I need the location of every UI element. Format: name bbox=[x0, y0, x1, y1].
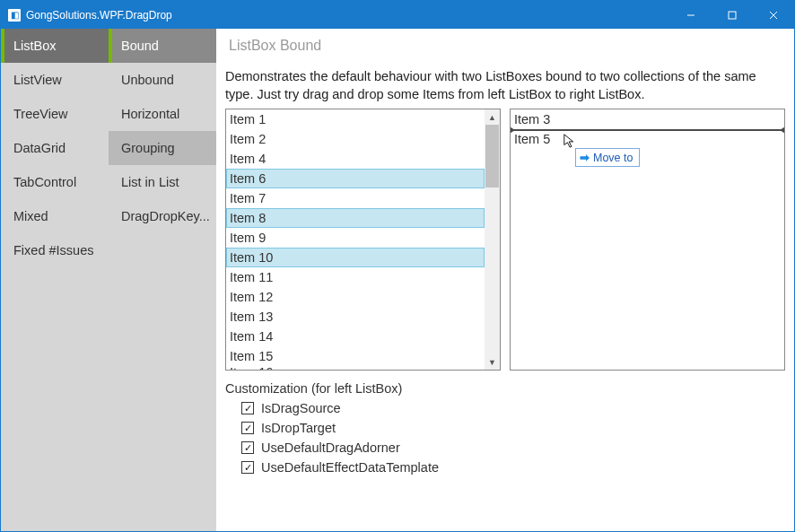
checkbox[interactable]: ✓ bbox=[241, 441, 254, 454]
sidebar-item-listbox[interactable]: ListBox bbox=[1, 29, 109, 63]
left-listbox-items: Item 1Item 2Item 4Item 6Item 7Item 8Item… bbox=[226, 109, 485, 370]
checkbox-row: ✓IsDropTarget bbox=[241, 421, 785, 435]
list-item[interactable]: Item 6 bbox=[226, 169, 485, 188]
list-item[interactable]: Item 5 bbox=[511, 129, 784, 149]
sidebar-primary: ListBoxListViewTreeViewDataGridTabContro… bbox=[1, 29, 109, 531]
app-icon: ◧ bbox=[8, 9, 21, 22]
list-item[interactable]: Item 15 bbox=[226, 346, 485, 366]
body: ListBoxListViewTreeViewDataGridTabContro… bbox=[1, 29, 794, 531]
checkbox-row: ✓UseDefaultDragAdorner bbox=[241, 440, 785, 455]
sidebar-item-horizontal[interactable]: Horizontal bbox=[109, 97, 216, 131]
list-item[interactable]: Item 11 bbox=[226, 267, 485, 287]
minimize-button[interactable] bbox=[670, 1, 712, 29]
sidebar-item-grouping[interactable]: Grouping bbox=[109, 131, 216, 165]
customization-header: Customization (for left ListBox) bbox=[225, 381, 785, 396]
list-item[interactable]: Item 7 bbox=[226, 188, 485, 208]
sidebar-item-list-in-list[interactable]: List in List bbox=[109, 165, 216, 199]
list-item[interactable]: Item 8 bbox=[226, 208, 485, 228]
list-item[interactable]: Item 16 bbox=[226, 366, 485, 370]
sidebar-item-treeview[interactable]: TreeView bbox=[1, 97, 109, 131]
checkbox-row: ✓UseDefaultEffectDataTemplate bbox=[241, 460, 785, 475]
checkbox[interactable]: ✓ bbox=[241, 461, 254, 474]
list-item[interactable]: Item 1 bbox=[226, 109, 485, 129]
checkbox-row: ✓IsDragSource bbox=[241, 401, 785, 415]
close-button[interactable] bbox=[753, 1, 794, 29]
sidebar-item-tabcontrol[interactable]: TabControl bbox=[1, 165, 109, 199]
right-listbox-items: Item 3Item 5 bbox=[511, 109, 784, 370]
checkbox-label: IsDropTarget bbox=[261, 421, 336, 435]
sidebar-item-mixed[interactable]: Mixed bbox=[1, 199, 109, 233]
checkbox-label: IsDragSource bbox=[261, 401, 341, 415]
customization-section: Customization (for left ListBox) ✓IsDrag… bbox=[216, 371, 794, 480]
drop-indicator bbox=[511, 129, 784, 132]
checkbox-label: UseDefaultEffectDataTemplate bbox=[261, 460, 439, 475]
sidebar-secondary: BoundUnboundHorizontalGroupingList in Li… bbox=[109, 29, 216, 531]
window-title: GongSolutions.WPF.DragDrop bbox=[26, 9, 172, 22]
checkbox[interactable]: ✓ bbox=[241, 422, 254, 434]
title-bar[interactable]: ◧ GongSolutions.WPF.DragDrop bbox=[1, 1, 794, 29]
svg-rect-1 bbox=[729, 12, 736, 19]
list-item[interactable]: Item 10 bbox=[226, 248, 485, 267]
list-item[interactable]: Item 9 bbox=[226, 228, 485, 248]
page-description: Demonstrates the default behaviour with … bbox=[216, 63, 794, 109]
list-item[interactable]: Item 14 bbox=[226, 327, 485, 346]
window-buttons bbox=[670, 1, 794, 29]
checkbox-label: UseDefaultDragAdorner bbox=[261, 440, 400, 455]
left-listbox[interactable]: Item 1Item 2Item 4Item 6Item 7Item 8Item… bbox=[225, 109, 501, 371]
window: ◧ GongSolutions.WPF.DragDrop ListBoxList… bbox=[0, 0, 795, 532]
list-item[interactable]: Item 4 bbox=[226, 149, 485, 169]
listboxes-row: Item 1Item 2Item 4Item 6Item 7Item 8Item… bbox=[216, 109, 794, 371]
sidebar-item-dragdropkey-[interactable]: DragDropKey... bbox=[109, 199, 216, 233]
sidebar-item-datagrid[interactable]: DataGrid bbox=[1, 131, 109, 165]
sidebar-item-listview[interactable]: ListView bbox=[1, 63, 109, 97]
scroll-thumb[interactable] bbox=[485, 125, 499, 188]
scroll-down-icon[interactable]: ▼ bbox=[485, 354, 500, 370]
sidebar-item-fixed-issues[interactable]: Fixed #Issues bbox=[1, 233, 109, 267]
scrollbar[interactable]: ▲ ▼ bbox=[485, 109, 500, 370]
right-listbox[interactable]: Item 3Item 5 bbox=[510, 109, 785, 371]
main: ListBox Bound Demonstrates the default b… bbox=[216, 29, 794, 531]
list-item[interactable]: Item 12 bbox=[226, 287, 485, 307]
list-item[interactable]: Item 13 bbox=[226, 307, 485, 327]
list-item[interactable]: Item 3 bbox=[511, 109, 784, 129]
maximize-button[interactable] bbox=[712, 1, 753, 29]
sidebar-item-unbound[interactable]: Unbound bbox=[109, 63, 216, 97]
scroll-up-icon[interactable]: ▲ bbox=[485, 109, 500, 125]
page-title: ListBox Bound bbox=[216, 29, 794, 63]
checkbox[interactable]: ✓ bbox=[241, 402, 254, 414]
sidebar-item-bound[interactable]: Bound bbox=[109, 29, 216, 63]
list-item[interactable]: Item 2 bbox=[226, 129, 485, 149]
